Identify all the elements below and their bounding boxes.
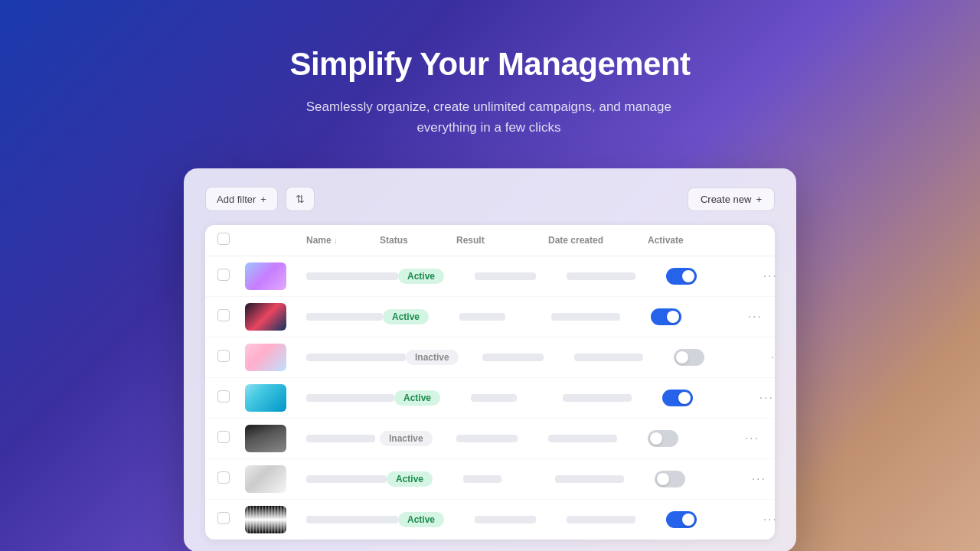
- row-checkbox[interactable]: [217, 350, 230, 362]
- row-status: Inactive: [406, 350, 482, 365]
- status-badge: Inactive: [406, 350, 459, 365]
- create-new-button[interactable]: Create new +: [688, 187, 775, 211]
- row-checkbox-cell: [217, 431, 245, 446]
- status-badge: Active: [387, 471, 433, 487]
- table-row: Inactive ···: [205, 337, 775, 378]
- row-more-actions[interactable]: ···: [743, 266, 775, 286]
- row-status: Active: [387, 471, 463, 487]
- row-activate[interactable]: [674, 349, 750, 366]
- table-row: Active ···: [205, 256, 775, 297]
- row-thumbnail: [245, 262, 306, 290]
- more-icon[interactable]: ···: [768, 347, 775, 367]
- row-date: [555, 475, 655, 483]
- activate-toggle[interactable]: [666, 268, 697, 285]
- row-checkbox[interactable]: [217, 269, 230, 281]
- header-result: Result: [456, 235, 548, 246]
- row-status: Active: [383, 309, 459, 324]
- create-new-label: Create new: [701, 194, 751, 205]
- activate-toggle[interactable]: [655, 471, 685, 487]
- activate-toggle[interactable]: [662, 390, 693, 406]
- row-more-actions[interactable]: ···: [739, 388, 775, 408]
- row-more-actions[interactable]: ···: [727, 307, 766, 327]
- header-checkbox-cell: [217, 233, 245, 248]
- row-thumbnail: [245, 344, 306, 371]
- header-activate: Activate: [648, 235, 724, 246]
- row-activate[interactable]: [666, 268, 743, 285]
- row-name: [306, 475, 387, 483]
- row-more-actions[interactable]: ···: [750, 347, 775, 367]
- hero-title: Simplify Your Management: [289, 46, 690, 83]
- table-row: Active ···: [205, 500, 775, 540]
- status-badge: Active: [398, 269, 444, 284]
- row-result: [456, 435, 548, 442]
- row-activate[interactable]: [662, 390, 739, 406]
- row-checkbox[interactable]: [217, 309, 230, 321]
- create-new-plus-icon: +: [756, 194, 762, 205]
- row-result: [475, 272, 567, 280]
- row-activate[interactable]: [655, 471, 731, 487]
- row-activate[interactable]: [651, 308, 727, 325]
- more-icon[interactable]: ···: [745, 307, 766, 327]
- name-sort-arrow: ↓: [334, 236, 338, 245]
- row-date: [574, 354, 674, 361]
- activate-toggle[interactable]: [666, 511, 697, 528]
- row-result: [475, 516, 567, 523]
- campaigns-table: Name ↓ Status Result Date created Activa…: [205, 225, 775, 540]
- row-checkbox-cell: [217, 390, 245, 406]
- row-checkbox[interactable]: [217, 512, 230, 524]
- select-all-checkbox[interactable]: [217, 233, 230, 245]
- row-checkbox[interactable]: [217, 390, 230, 403]
- toolbar-left: Add filter + ⇅: [205, 187, 315, 211]
- row-date: [567, 272, 666, 280]
- activate-toggle[interactable]: [651, 308, 681, 325]
- row-date: [563, 394, 662, 402]
- row-thumbnail: [245, 303, 306, 331]
- row-thumbnail: [245, 384, 306, 412]
- more-icon[interactable]: ···: [749, 469, 769, 489]
- table-row: Active ···: [205, 297, 775, 337]
- row-name: [306, 394, 394, 402]
- status-badge: Active: [398, 512, 444, 527]
- row-checkbox-cell: [217, 471, 245, 487]
- row-checkbox-cell: [217, 309, 245, 324]
- toolbar: Add filter + ⇅ Create new +: [205, 187, 775, 211]
- more-icon[interactable]: ···: [760, 266, 775, 286]
- row-activate[interactable]: [666, 511, 743, 528]
- add-filter-button[interactable]: Add filter +: [205, 187, 278, 211]
- row-activate[interactable]: [648, 430, 724, 447]
- row-name: [306, 354, 406, 361]
- hero-subtitle: Seamlessly organize, create unlimited ca…: [289, 96, 688, 138]
- row-name: [306, 272, 398, 280]
- row-checkbox[interactable]: [217, 431, 230, 443]
- row-more-actions[interactable]: ···: [731, 469, 769, 489]
- row-more-actions[interactable]: ···: [743, 510, 775, 530]
- row-checkbox[interactable]: [217, 471, 230, 484]
- table-row: Active ···: [205, 378, 775, 419]
- row-thumbnail: [245, 425, 306, 452]
- activate-toggle[interactable]: [648, 430, 678, 447]
- row-checkbox-cell: [217, 512, 245, 527]
- row-status: Active: [394, 390, 471, 406]
- row-more-actions[interactable]: ···: [724, 429, 763, 448]
- table-row: Inactive ···: [205, 419, 775, 459]
- header-name: Name ↓: [306, 235, 380, 246]
- row-status: Inactive: [380, 431, 456, 446]
- more-icon[interactable]: ···: [742, 429, 763, 448]
- status-badge: Active: [383, 309, 429, 324]
- row-result: [471, 394, 563, 402]
- more-icon[interactable]: ···: [760, 510, 775, 530]
- activate-toggle[interactable]: [674, 349, 704, 366]
- row-thumbnail: [245, 465, 306, 493]
- status-badge: Inactive: [380, 431, 433, 446]
- row-result: [463, 475, 555, 483]
- row-result: [482, 354, 574, 361]
- more-icon[interactable]: ···: [756, 388, 775, 408]
- table-header: Name ↓ Status Result Date created Activa…: [205, 225, 775, 256]
- add-filter-label: Add filter: [217, 194, 256, 205]
- row-date: [551, 313, 651, 321]
- row-name: [306, 435, 380, 442]
- row-result: [459, 313, 551, 321]
- sort-button[interactable]: ⇅: [286, 187, 315, 211]
- main-card: Add filter + ⇅ Create new + Name ↓ Statu…: [184, 168, 796, 551]
- row-name: [306, 313, 383, 321]
